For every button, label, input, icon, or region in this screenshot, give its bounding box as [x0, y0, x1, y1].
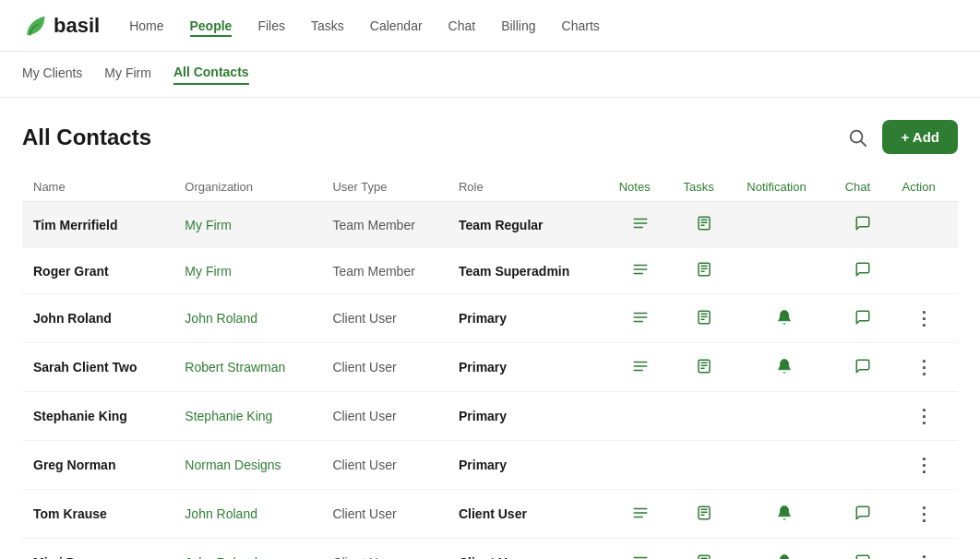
cell-tasks: [672, 392, 735, 441]
col-user-type: User Type: [321, 172, 448, 202]
table-row[interactable]: Greg Norman Norman Designs Client User P…: [22, 441, 958, 490]
cell-user-type: Client User: [321, 539, 448, 560]
cell-chat[interactable]: [834, 490, 891, 539]
cell-action[interactable]: ⋮: [891, 392, 958, 441]
col-action: Action: [891, 172, 958, 202]
cell-action[interactable]: ⋮: [891, 490, 958, 539]
nav-chat[interactable]: Chat: [448, 15, 476, 37]
main-content: All Contacts + Add Name Organization Use…: [0, 98, 980, 559]
table-row[interactable]: John Roland John Roland Client User Prim…: [22, 294, 958, 343]
cell-notification: [735, 392, 833, 441]
cell-organization[interactable]: Robert Strawman: [173, 343, 321, 392]
cell-notes[interactable]: [608, 490, 673, 539]
cell-organization[interactable]: Norman Designs: [173, 441, 321, 490]
nav-people[interactable]: People: [190, 15, 233, 37]
col-notification: Notification: [735, 172, 833, 202]
table-row[interactable]: Roger Grant My Firm Team Member Team Sup…: [22, 248, 958, 294]
content-header: All Contacts + Add: [22, 120, 958, 154]
subnav-my-firm[interactable]: My Firm: [104, 65, 151, 84]
cell-role: Primary: [448, 392, 608, 441]
cell-name: Roger Grant: [22, 248, 173, 294]
nav-charts[interactable]: Charts: [562, 15, 600, 37]
cell-notification: [735, 248, 833, 294]
col-role: Role: [448, 172, 608, 202]
cell-action[interactable]: ⋮: [891, 294, 958, 343]
cell-chat[interactable]: [834, 294, 891, 343]
contacts-table: Name Organization User Type Role Notes T…: [22, 172, 958, 559]
cell-tasks[interactable]: [672, 539, 735, 560]
cell-tasks[interactable]: [672, 490, 735, 539]
cell-user-type: Team Member: [321, 248, 448, 294]
table-row[interactable]: Tim Merrifield My Firm Team Member Team …: [22, 202, 958, 248]
col-tasks: Tasks: [672, 172, 735, 202]
logo-text: basil: [54, 14, 100, 38]
cell-name: Tom Krause: [22, 490, 173, 539]
cell-user-type: Team Member: [321, 202, 448, 248]
col-name: Name: [22, 172, 173, 202]
cell-action[interactable]: ⋮: [891, 539, 958, 560]
page-title: All Contacts: [22, 125, 151, 150]
cell-tasks[interactable]: [672, 343, 735, 392]
cell-chat: [834, 441, 891, 490]
table-row[interactable]: Stephanie King Stephanie King Client Use…: [22, 392, 958, 441]
cell-organization[interactable]: John Roland: [173, 490, 321, 539]
cell-user-type: Client User: [321, 392, 448, 441]
cell-action: [891, 202, 958, 248]
table-header: Name Organization User Type Role Notes T…: [22, 172, 958, 202]
cell-notes[interactable]: [608, 248, 673, 294]
col-chat: Chat: [834, 172, 891, 202]
cell-role: Client User: [448, 490, 608, 539]
search-button[interactable]: [847, 127, 867, 148]
subnav-all-contacts[interactable]: All Contacts: [173, 65, 249, 85]
cell-notes[interactable]: [608, 343, 673, 392]
cell-notification[interactable]: [735, 294, 833, 343]
col-organization: Organization: [173, 172, 321, 202]
cell-name: Tim Merrifield: [22, 202, 173, 248]
top-navigation: basil Home People Files Tasks Calendar C…: [0, 0, 980, 52]
cell-notification[interactable]: [735, 539, 833, 560]
table-row[interactable]: Sarah Client Two Robert Strawman Client …: [22, 343, 958, 392]
cell-notification: [735, 441, 833, 490]
cell-notes[interactable]: [608, 294, 673, 343]
cell-notes[interactable]: [608, 539, 673, 560]
cell-organization[interactable]: Stephanie King: [173, 392, 321, 441]
cell-organization[interactable]: John Roland: [173, 294, 321, 343]
cell-notes[interactable]: [608, 202, 673, 248]
logo-icon: [22, 13, 48, 39]
table-row[interactable]: Tom Krause John Roland Client User Clien…: [22, 490, 958, 539]
cell-chat[interactable]: [834, 539, 891, 560]
cell-role: Primary: [448, 343, 608, 392]
cell-organization[interactable]: My Firm: [173, 248, 321, 294]
cell-role: Primary: [448, 294, 608, 343]
add-contact-button[interactable]: + Add: [882, 120, 958, 154]
nav-tasks[interactable]: Tasks: [311, 15, 344, 37]
cell-notes: [608, 392, 673, 441]
cell-chat[interactable]: [834, 202, 891, 248]
cell-notification[interactable]: [735, 490, 833, 539]
cell-role: Primary: [448, 441, 608, 490]
cell-user-type: Client User: [321, 343, 448, 392]
cell-action[interactable]: ⋮: [891, 441, 958, 490]
table-row[interactable]: Mimi Duncan John Roland Client User Clie…: [22, 539, 958, 560]
sub-navigation: My Clients My Firm All Contacts: [0, 52, 980, 98]
nav-billing[interactable]: Billing: [501, 15, 535, 37]
cell-chat[interactable]: [834, 343, 891, 392]
col-notes: Notes: [608, 172, 673, 202]
cell-notification: [735, 202, 833, 248]
nav-calendar[interactable]: Calendar: [370, 15, 423, 37]
nav-home[interactable]: Home: [129, 15, 163, 37]
cell-chat: [834, 392, 891, 441]
cell-notification[interactable]: [735, 343, 833, 392]
cell-name: Stephanie King: [22, 392, 173, 441]
cell-tasks[interactable]: [672, 248, 735, 294]
logo[interactable]: basil: [22, 13, 100, 39]
cell-tasks[interactable]: [672, 294, 735, 343]
nav-files[interactable]: Files: [257, 15, 285, 37]
cell-chat[interactable]: [834, 248, 891, 294]
cell-tasks[interactable]: [672, 202, 735, 248]
cell-organization[interactable]: John Roland: [173, 539, 321, 560]
subnav-my-clients[interactable]: My Clients: [22, 65, 82, 84]
cell-organization[interactable]: My Firm: [173, 202, 321, 248]
cell-action: [891, 248, 958, 294]
cell-action[interactable]: ⋮: [891, 343, 958, 392]
